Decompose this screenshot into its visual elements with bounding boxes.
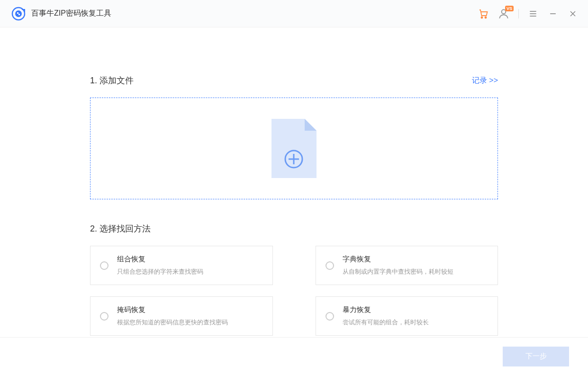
titlebar: 百事牛ZIP密码恢复工具 VS <box>0 0 588 27</box>
section1-title: 1. 添加文件 <box>90 75 134 86</box>
method-title: 组合恢复 <box>117 255 203 264</box>
app-title: 百事牛ZIP密码恢复工具 <box>31 9 111 18</box>
file-add-icon <box>271 119 317 178</box>
method-text: 掩码恢复 根据您所知道的密码信息更快的查找密码 <box>117 305 228 327</box>
radio-icon <box>326 312 334 321</box>
next-button[interactable]: 下一步 <box>503 347 569 366</box>
methods-grid: 组合恢复 只组合您选择的字符来查找密码 字典恢复 从自制或内置字典中查找密码，耗… <box>90 246 498 336</box>
svg-point-4 <box>481 17 483 18</box>
titlebar-left: 百事牛ZIP密码恢复工具 <box>11 7 111 21</box>
method-desc: 尝试所有可能的组合，耗时较长 <box>343 318 429 327</box>
svg-rect-3 <box>18 14 20 15</box>
method-card-combination[interactable]: 组合恢复 只组合您选择的字符来查找密码 <box>90 246 273 285</box>
minimize-icon[interactable] <box>547 8 559 19</box>
method-title: 掩码恢复 <box>117 305 228 314</box>
method-text: 暴力恢复 尝试所有可能的组合，耗时较长 <box>343 305 429 327</box>
account-button[interactable]: VS <box>498 8 510 20</box>
radio-icon <box>326 261 334 270</box>
method-card-dictionary[interactable]: 字典恢复 从自制或内置字典中查找密码，耗时较短 <box>316 246 498 285</box>
app-logo-icon <box>11 7 26 21</box>
section2-title: 2. 选择找回方法 <box>90 223 498 234</box>
titlebar-right: VS <box>478 8 579 20</box>
method-desc: 只组合您选择的字符来查找密码 <box>117 268 203 276</box>
section1-header: 1. 添加文件 记录 >> <box>90 75 498 86</box>
cart-icon[interactable] <box>478 8 489 19</box>
file-dropzone[interactable] <box>90 98 498 199</box>
method-text: 字典恢复 从自制或内置字典中查找密码，耗时较短 <box>343 255 453 276</box>
records-link[interactable]: 记录 >> <box>472 76 498 86</box>
account-badge: VS <box>505 6 514 11</box>
main-content: 1. 添加文件 记录 >> 2. 选择找回方法 组合恢复 只组合您选择的字符来查… <box>0 27 588 336</box>
svg-rect-2 <box>17 12 18 14</box>
radio-icon <box>100 312 109 321</box>
footer: 下一步 <box>0 337 588 375</box>
method-card-bruteforce[interactable]: 暴力恢复 尝试所有可能的组合，耗时较长 <box>316 296 498 336</box>
method-desc: 根据您所知道的密码信息更快的查找密码 <box>117 318 228 327</box>
method-card-mask[interactable]: 掩码恢复 根据您所知道的密码信息更快的查找密码 <box>90 296 273 336</box>
radio-icon <box>100 261 109 270</box>
menu-icon[interactable] <box>527 8 539 19</box>
method-text: 组合恢复 只组合您选择的字符来查找密码 <box>117 255 203 276</box>
close-icon[interactable] <box>567 8 579 19</box>
svg-point-5 <box>485 17 487 18</box>
method-title: 暴力恢复 <box>343 305 429 314</box>
method-title: 字典恢复 <box>343 255 453 264</box>
method-desc: 从自制或内置字典中查找密码，耗时较短 <box>343 268 453 276</box>
separator <box>518 9 519 18</box>
